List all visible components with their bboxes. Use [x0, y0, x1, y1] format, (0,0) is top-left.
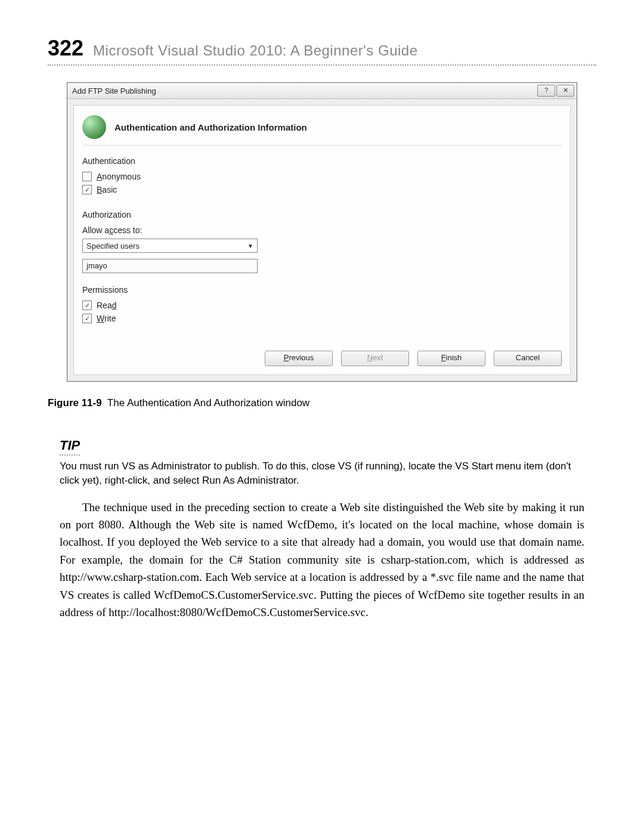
write-option[interactable]: ✓ Write [82, 314, 562, 323]
write-label: Write [97, 314, 116, 323]
basic-option[interactable]: ✓ Basic [82, 185, 562, 194]
read-checkbox[interactable]: ✓ [82, 301, 92, 310]
chevron-down-icon: ▼ [247, 243, 253, 249]
read-option[interactable]: ✓ Read [82, 301, 562, 310]
body-paragraph: The technique used in the preceding sect… [60, 499, 584, 621]
anonymous-checkbox[interactable] [82, 172, 92, 181]
page-title: Microsoft Visual Studio 2010: A Beginner… [93, 42, 417, 59]
allow-access-label: Allow access to: [82, 225, 562, 235]
next-button: Next [341, 351, 409, 366]
tip-text: You must run VS as Administrator to publ… [60, 459, 584, 488]
basic-label: Basic [97, 185, 117, 194]
dialog-window: Add FTP Site Publishing ? ✕ Authenticati… [67, 82, 577, 382]
figure-caption: Figure 11-9 The Authentication And Autho… [48, 397, 596, 409]
help-button[interactable]: ? [537, 85, 555, 97]
dialog-heading: Authentication and Authorization Informa… [114, 122, 307, 132]
write-checkbox[interactable]: ✓ [82, 314, 92, 323]
figure-number: Figure 11-9 [48, 397, 102, 409]
select-value: Specified users [86, 242, 140, 250]
anonymous-option[interactable]: Anonymous [82, 172, 562, 181]
allow-access-select[interactable]: Specified users ▼ [82, 239, 258, 253]
ftp-globe-icon [82, 115, 106, 139]
tip-heading: TIP [60, 438, 80, 456]
figure-text: The Authentication And Authorization win… [107, 397, 309, 409]
anonymous-label: Anonymous [97, 172, 141, 181]
permissions-section-label: Permissions [82, 285, 562, 295]
close-button[interactable]: ✕ [556, 85, 574, 97]
previous-button[interactable]: Previous [265, 351, 333, 366]
page-number: 322 [48, 36, 83, 61]
finish-button[interactable]: Finish [417, 351, 485, 366]
users-input[interactable]: jmayo [82, 259, 258, 273]
basic-checkbox[interactable]: ✓ [82, 185, 92, 194]
page-header: 322 Microsoft Visual Studio 2010: A Begi… [48, 36, 596, 66]
authorization-section-label: Authorization [82, 210, 562, 219]
titlebar: Add FTP Site Publishing ? ✕ [67, 83, 577, 99]
authentication-section-label: Authentication [82, 156, 562, 166]
cancel-button[interactable]: Cancel [494, 351, 562, 366]
read-label: Read [97, 301, 116, 310]
titlebar-title: Add FTP Site Publishing [72, 86, 156, 95]
